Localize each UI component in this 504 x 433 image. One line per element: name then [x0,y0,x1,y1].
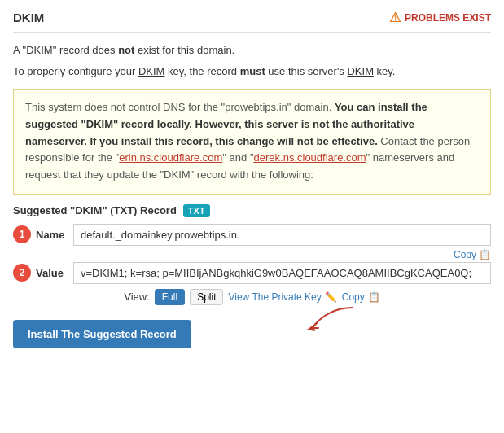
name-copy-icon: 📋 [479,249,491,260]
txt-badge: TXT [183,204,210,217]
problems-label: PROBLEMS EXIST [405,12,491,24]
name-label: Name [36,229,73,241]
panel-title: DKIM [13,11,44,24]
view-split-button[interactable]: Split [190,289,223,305]
value-field-row: 2 Value [13,262,491,284]
install-section: Install The Suggested Record [13,312,491,348]
install-suggested-record-button[interactable]: Install The Suggested Record [13,320,191,348]
name-copy-row: Copy 📋 [13,249,491,260]
info-line1: A "DKIM" record does not exist for this … [13,42,491,59]
name-input[interactable] [73,224,491,246]
field-number-1: 1 [13,225,31,243]
value-input[interactable] [73,262,491,284]
edit-icon: ✏️ [325,291,337,303]
value-copy-button[interactable]: Copy 📋 [342,291,380,303]
name-copy-button[interactable]: Copy 📋 [454,249,491,260]
value-copy-icon: 📋 [368,291,380,303]
name-copy-label: Copy [454,249,476,260]
nameserver-link-1[interactable]: erin.ns.cloudflare.com [119,151,222,164]
panel-header: DKIM ⚠ PROBLEMS EXIST [13,10,491,33]
problems-badge: ⚠ PROBLEMS EXIST [389,10,491,25]
info-line2: To properly configure your DKIM key, the… [13,63,491,80]
dkim-panel: DKIM ⚠ PROBLEMS EXIST A "DKIM" record do… [0,0,504,358]
name-field-row: 1 Name [13,224,491,246]
field-number-2: 2 [13,264,31,282]
view-full-button[interactable]: Full [155,289,185,305]
view-private-key-link[interactable]: View The Private Key ✏️ [228,291,336,303]
name-field-container: 1 Name [13,224,491,246]
value-field-container: 2 Value [13,262,491,284]
view-private-key-label: View The Private Key [228,291,321,303]
nameserver-link-2[interactable]: derek.ns.cloudflare.com [254,151,366,164]
view-label: View: [124,291,150,303]
value-copy-label: Copy [342,291,365,303]
arrow-indicator [296,304,361,336]
suggested-section-label: Suggested "DKIM" (TXT) Record TXT [13,204,491,217]
value-label: Value [36,267,73,279]
suggested-label-text: Suggested "DKIM" (TXT) Record [13,204,177,216]
view-row: View: Full Split View The Private Key ✏️… [13,289,491,305]
warning-icon: ⚠ [389,10,401,25]
notice-box: This system does not control DNS for the… [13,89,491,195]
